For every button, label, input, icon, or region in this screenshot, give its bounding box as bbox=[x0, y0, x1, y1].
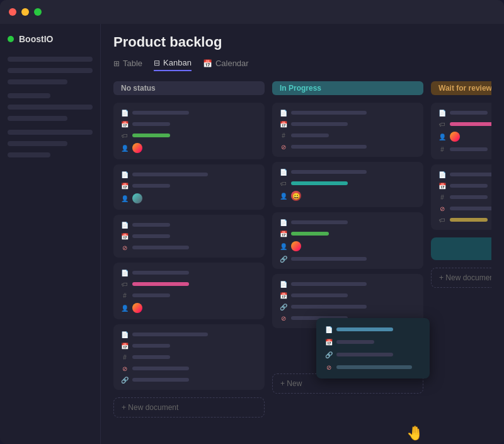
sidebar-item[interactable] bbox=[8, 105, 93, 110]
card-row: 📄 bbox=[280, 280, 416, 288]
card-row: 🔗 bbox=[280, 255, 416, 263]
user-icon: 👤 bbox=[438, 133, 446, 140]
sidebar-item[interactable] bbox=[8, 57, 93, 62]
bar bbox=[291, 257, 367, 261]
hash-icon: # bbox=[438, 193, 446, 201]
card-row: ⊘ bbox=[438, 205, 491, 212]
bar bbox=[291, 170, 367, 174]
column-in-progress: In Progress 📄 📅 # bbox=[272, 81, 423, 434]
card: 📄 📅 ⊘ bbox=[113, 215, 265, 258]
bar bbox=[132, 355, 170, 359]
user-icon: 👤 bbox=[121, 144, 129, 152]
file-icon: 📄 bbox=[438, 171, 446, 178]
sidebar-item[interactable] bbox=[8, 79, 67, 84]
bar bbox=[132, 246, 189, 249]
file-icon: 📄 bbox=[280, 219, 287, 226]
sidebar-item[interactable] bbox=[8, 130, 93, 135]
page-title: Product backlog bbox=[113, 34, 491, 50]
card-row: # bbox=[438, 193, 491, 201]
tag-icon: 🏷 bbox=[121, 132, 129, 139]
sidebar-item[interactable] bbox=[8, 116, 67, 121]
sidebar: BoostIO bbox=[0, 24, 101, 444]
context-menu-item[interactable]: 📄 bbox=[321, 323, 425, 336]
file-icon: 📄 bbox=[121, 171, 129, 178]
bar bbox=[450, 173, 491, 176]
card-row: 📅 bbox=[280, 120, 416, 128]
bar bbox=[291, 293, 348, 297]
close-dot[interactable] bbox=[9, 8, 16, 16]
card-row: 🔗 bbox=[280, 303, 416, 310]
column-header-no-status: No status bbox=[113, 81, 265, 95]
file-icon: 📄 bbox=[280, 168, 287, 176]
bar bbox=[336, 365, 412, 369]
bar bbox=[450, 147, 488, 151]
card: 📄 📅 👤 bbox=[113, 164, 265, 210]
link-icon: 🔗 bbox=[280, 303, 287, 310]
card-row: 📄 bbox=[121, 269, 257, 276]
user-icon: 👤 bbox=[280, 242, 287, 250]
card-row: 📄 bbox=[121, 109, 257, 117]
context-menu-item[interactable]: 📅 bbox=[321, 336, 425, 348]
card-row: 📅 bbox=[121, 232, 257, 240]
card-row: 👤 bbox=[280, 241, 416, 251]
card-row: 👤 😀 bbox=[280, 191, 416, 201]
sidebar-item[interactable] bbox=[8, 141, 67, 146]
tab-kanban[interactable]: ⊟ Kanban bbox=[154, 58, 192, 71]
status-icon: ⊘ bbox=[325, 363, 333, 371]
bar bbox=[132, 333, 208, 336]
tab-kanban-label: Kanban bbox=[163, 58, 192, 67]
sidebar-item[interactable] bbox=[8, 152, 50, 157]
tab-table[interactable]: ⊞ Table bbox=[113, 58, 142, 71]
file-icon: 📄 bbox=[280, 280, 287, 288]
app-window: BoostIO Product backlog ⊞ Table ⊟ bbox=[0, 0, 504, 444]
card-row: 📅 bbox=[280, 230, 416, 237]
kanban-icon: ⊟ bbox=[154, 59, 160, 67]
bar bbox=[450, 184, 488, 188]
status-icon: ⊘ bbox=[280, 143, 287, 151]
card-row: 🏷 bbox=[280, 179, 416, 187]
status-icon: ⊘ bbox=[121, 365, 129, 372]
card-row: # bbox=[121, 353, 257, 361]
titlebar bbox=[0, 0, 504, 24]
tab-calendar[interactable]: 📅 Calendar bbox=[203, 58, 249, 71]
user-icon: 👤 bbox=[121, 304, 129, 312]
bar bbox=[132, 122, 170, 126]
card-row: 📄 bbox=[438, 109, 491, 117]
card: 📄 📅 # ⊘ bbox=[431, 164, 491, 230]
progress-bar bbox=[450, 122, 491, 126]
new-document-button[interactable]: + New document bbox=[113, 397, 265, 418]
bar bbox=[291, 111, 367, 115]
bar bbox=[132, 367, 189, 370]
link-icon: 🔗 bbox=[280, 255, 287, 263]
card-row: 📄 bbox=[280, 109, 416, 117]
bar bbox=[132, 223, 170, 227]
file-icon: 📄 bbox=[438, 109, 446, 117]
status-icon: ⊘ bbox=[438, 205, 446, 212]
bar bbox=[450, 207, 491, 210]
maximize-dot[interactable] bbox=[34, 8, 42, 16]
hash-icon: # bbox=[280, 132, 287, 139]
calendar-icon: 📅 bbox=[121, 342, 129, 350]
calendar-icon: 📅 bbox=[203, 59, 212, 68]
card-row: 📅 bbox=[280, 292, 416, 299]
tag-icon: 🏷 bbox=[280, 179, 287, 187]
new-document-button-waitreview[interactable]: + New document bbox=[431, 268, 491, 288]
file-icon: 📄 bbox=[121, 269, 129, 276]
context-menu-item[interactable]: 🔗 bbox=[321, 348, 425, 361]
minimize-dot[interactable] bbox=[21, 8, 29, 16]
hash-icon: # bbox=[438, 145, 446, 153]
card-row: 📄 bbox=[438, 171, 491, 178]
sidebar-item[interactable] bbox=[8, 68, 93, 73]
link-icon: 🔗 bbox=[121, 376, 129, 384]
bar bbox=[291, 145, 367, 149]
card-row: 👤 bbox=[121, 143, 257, 153]
card: 📄 🏷 # 👤 bbox=[113, 263, 265, 319]
card-row: 👤 bbox=[438, 132, 491, 142]
card: 📄 📅 # ⊘ bbox=[113, 324, 265, 390]
card: 📄 📅 👤 🔗 bbox=[272, 212, 423, 269]
sidebar-item[interactable] bbox=[8, 93, 50, 98]
calendar-icon: 📅 bbox=[280, 292, 287, 299]
calendar-icon: 📅 bbox=[121, 182, 129, 190]
column-header-in-progress: In Progress bbox=[272, 81, 423, 95]
context-menu-item[interactable]: ⊘ bbox=[321, 361, 425, 373]
